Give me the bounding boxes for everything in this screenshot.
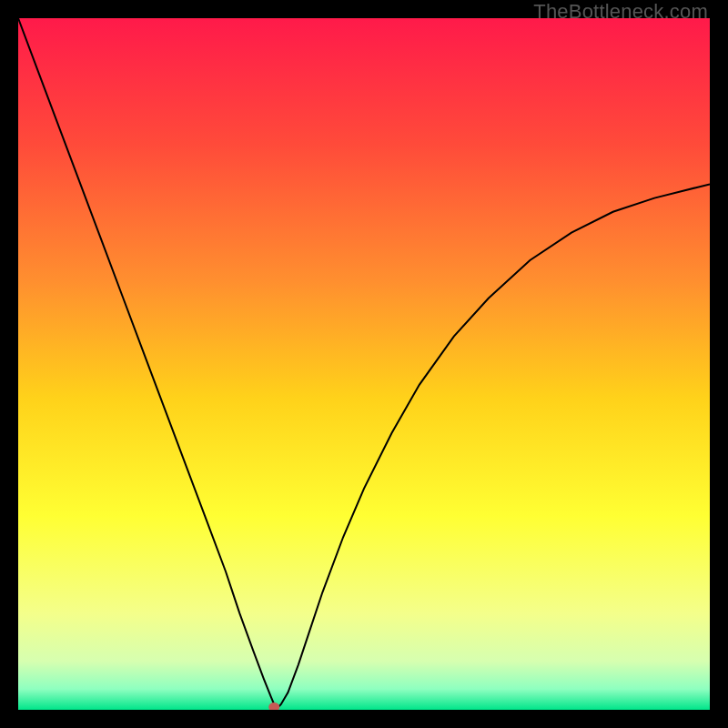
chart-background xyxy=(18,18,710,710)
chart-frame xyxy=(18,18,710,710)
chart-svg xyxy=(18,18,710,710)
watermark-text: TheBottleneck.com xyxy=(533,0,708,24)
